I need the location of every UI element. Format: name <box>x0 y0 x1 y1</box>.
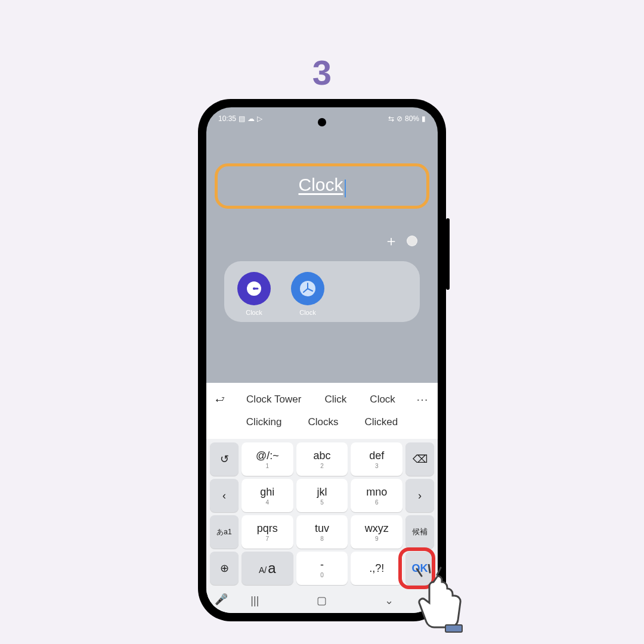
suggestion-more-icon[interactable]: ⋯ <box>414 392 432 407</box>
right-key[interactable]: › <box>405 479 434 512</box>
add-app-icon[interactable]: ＋ <box>384 231 398 250</box>
app-label: Clock <box>233 309 275 316</box>
app-clock-google[interactable]: Clock <box>286 272 329 316</box>
case-key[interactable]: A/a <box>242 552 293 585</box>
key-punct[interactable]: .,?! <box>351 552 402 585</box>
key-7[interactable]: pqrs7 <box>242 515 293 549</box>
nav-recent[interactable]: ||| <box>250 595 259 607</box>
phone-screen: 10:35 ▤ ☁ ▷ ⇆ ⊘ 80% ▮ Clock ＋ <box>206 107 438 613</box>
key-8[interactable]: tuv8 <box>296 515 348 549</box>
left-key[interactable]: ‹ <box>210 479 239 512</box>
key-1[interactable]: @/:~1 <box>242 442 293 476</box>
suggestion-item[interactable]: Clicked <box>360 414 402 431</box>
home-area: Clock ＋ Clock Clock <box>206 128 438 322</box>
suggestion-item[interactable]: Clock Tower <box>242 391 306 408</box>
globe-key[interactable]: ⊕ <box>210 552 239 585</box>
key-4[interactable]: ghi4 <box>242 479 293 512</box>
front-camera <box>318 118 326 126</box>
key-6[interactable]: mno6 <box>351 479 402 512</box>
suggestion-item[interactable]: Clicking <box>242 414 287 431</box>
nav-bar: 🎤 ||| ▢ ⌄ <box>206 589 438 613</box>
key-2[interactable]: abc2 <box>296 442 348 476</box>
folder-panel: Clock Clock <box>224 261 420 322</box>
cloud-icon: ☁ <box>247 114 255 123</box>
clock-icon <box>291 272 324 305</box>
app-label: Clock <box>286 309 329 316</box>
key-9[interactable]: wxyz9 <box>351 515 402 549</box>
image-icon: ▤ <box>239 114 245 123</box>
nav-back[interactable]: ⌄ <box>385 594 394 607</box>
suggestion-bar: ⮐ Clock Tower Click Clock ⋯ Clicking Clo… <box>206 383 438 439</box>
battery-text: 80% <box>405 114 419 123</box>
wifi-icon: ⇆ <box>388 114 394 123</box>
app-clock-samsung[interactable]: Clock <box>233 272 275 316</box>
backspace-key[interactable]: ⌫ <box>405 442 434 476</box>
keyboard: ⮐ Clock Tower Click Clock ⋯ Clicking Clo… <box>206 383 438 613</box>
folder-name-highlight: Clock <box>215 163 429 209</box>
suggestion-item[interactable]: Clock <box>365 391 400 408</box>
phone-frame: 10:35 ▤ ☁ ▷ ⇆ ⊘ 80% ▮ Clock ＋ <box>198 99 446 621</box>
folder-name-input[interactable]: Clock <box>298 175 343 195</box>
candidate-key[interactable]: 候補 <box>405 515 434 549</box>
key-3[interactable]: def3 <box>351 442 402 476</box>
status-time: 10:35 <box>218 114 236 123</box>
suggestion-back-icon[interactable]: ⮐ <box>212 392 228 407</box>
key-grid: ↺ @/:~1 abc2 def3 ⌫ ‹ ghi4 jkl5 mno6 › あ… <box>206 439 438 589</box>
battery-icon: ▮ <box>422 114 426 123</box>
suggestion-item[interactable]: Click <box>320 391 351 408</box>
mic-icon[interactable]: 🎤 <box>215 593 228 606</box>
svg-rect-6 <box>445 625 462 632</box>
key-0[interactable]: -0 <box>296 552 348 585</box>
step-number: 3 <box>312 52 332 92</box>
svg-point-1 <box>253 287 255 290</box>
mode-key[interactable]: あa1 <box>210 515 239 549</box>
folder-actions: ＋ <box>212 209 432 258</box>
play-icon: ▷ <box>257 114 262 123</box>
suggestion-item[interactable]: Clocks <box>303 414 343 431</box>
folder-color-picker[interactable] <box>407 236 417 246</box>
nav-home[interactable]: ▢ <box>317 594 327 607</box>
ok-key[interactable]: OK <box>405 552 434 585</box>
key-5[interactable]: jkl5 <box>296 479 348 512</box>
undo-key[interactable]: ↺ <box>210 442 239 476</box>
no-sim-icon: ⊘ <box>397 114 402 123</box>
clock-icon <box>237 272 271 305</box>
text-cursor <box>345 179 346 197</box>
